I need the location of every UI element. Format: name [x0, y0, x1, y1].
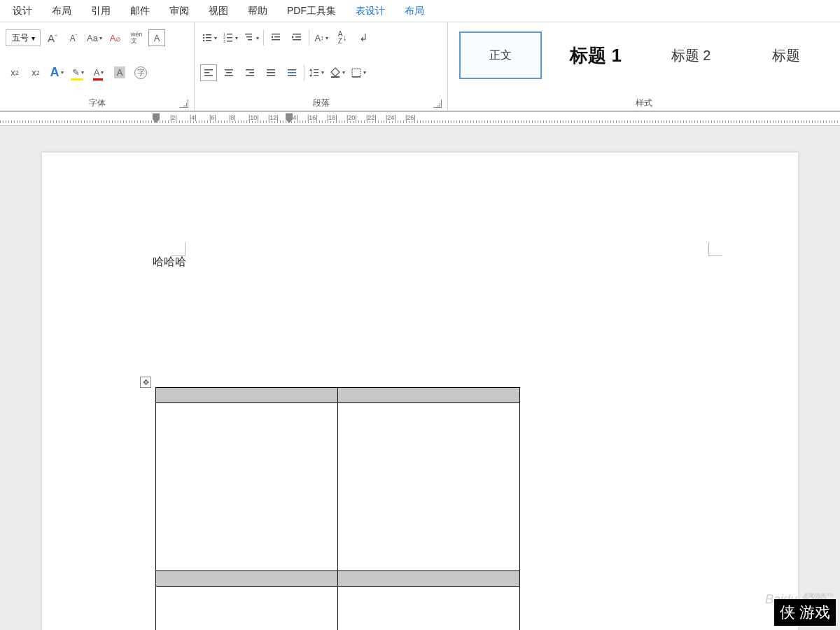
distribute-button[interactable] [283, 64, 301, 82]
table-row[interactable] [156, 403, 520, 571]
table-cell[interactable] [156, 571, 338, 587]
svg-rect-31 [267, 72, 275, 74]
table-row[interactable] [156, 587, 520, 631]
align-center-button[interactable] [220, 64, 238, 82]
svg-rect-27 [246, 69, 254, 71]
menu-references[interactable]: 引用 [81, 2, 120, 20]
svg-rect-26 [225, 75, 233, 76]
table-cell[interactable] [156, 587, 338, 631]
superscript-button[interactable]: x2 [27, 64, 45, 82]
svg-rect-12 [245, 34, 252, 35]
change-case-button[interactable]: Aa [85, 29, 104, 47]
ribbon-group-paragraph: 123 A↕ AZ↓ ↲ 段落 [195, 22, 448, 111]
highlight-button[interactable]: ✎ [69, 64, 87, 82]
table-cell[interactable] [338, 388, 520, 403]
ribbon-group-styles: 正文 标题 1 标题 2 标题 样式 [448, 22, 840, 111]
paragraph-group-label: 段落 [200, 94, 442, 109]
menu-table-layout[interactable]: 布局 [395, 2, 434, 20]
svg-point-4 [203, 40, 204, 41]
svg-rect-16 [274, 36, 280, 38]
svg-rect-7 [227, 34, 232, 35]
asian-layout-button[interactable]: A↕ [312, 29, 330, 47]
table-row[interactable] [156, 571, 520, 587]
svg-rect-28 [249, 72, 254, 74]
document-table[interactable] [155, 387, 520, 630]
svg-rect-14 [248, 39, 252, 41]
svg-rect-35 [288, 75, 296, 76]
table-cell[interactable] [338, 403, 520, 571]
table-cell[interactable] [156, 403, 338, 571]
document-canvas[interactable]: 哈哈哈 ✥ Baidu 经验 jingyan.b xiayx.co [0, 126, 840, 630]
svg-rect-37 [314, 69, 318, 70]
menu-pdf-tools[interactable]: PDF工具集 [277, 2, 346, 20]
margin-corner-tl [172, 242, 186, 256]
line-spacing-button[interactable] [307, 64, 326, 82]
clear-format-button[interactable]: A⊘ [106, 29, 125, 47]
font-group-label: 字体 [6, 94, 188, 109]
svg-rect-32 [267, 75, 275, 76]
menu-layout[interactable]: 布局 [42, 2, 81, 20]
svg-rect-20 [293, 39, 301, 41]
menu-mail[interactable]: 邮件 [120, 2, 160, 20]
svg-point-2 [203, 37, 204, 38]
svg-rect-30 [267, 69, 275, 71]
phonetic-guide-button[interactable]: wén文 [127, 29, 146, 47]
svg-text:3: 3 [223, 39, 225, 43]
subscript-button[interactable]: x2 [6, 64, 24, 82]
svg-rect-15 [272, 34, 280, 35]
paragraph-dialog-launcher[interactable] [433, 99, 442, 108]
style-heading2[interactable]: 标题 2 [650, 31, 732, 79]
show-marks-button[interactable]: ↲ [354, 29, 372, 47]
menu-review[interactable]: 审阅 [160, 2, 199, 20]
multilevel-button[interactable] [242, 29, 260, 47]
grow-font-button[interactable]: A^ [43, 29, 62, 47]
svg-rect-42 [352, 76, 360, 78]
justify-button[interactable] [262, 64, 280, 82]
menu-design[interactable]: 设计 [3, 2, 42, 20]
bullets-button[interactable] [200, 29, 218, 47]
font-size-select[interactable]: 五号 [6, 29, 41, 46]
borders-button[interactable] [349, 64, 368, 82]
shrink-font-button[interactable]: Aˇ [64, 29, 83, 47]
align-left-button[interactable] [200, 64, 217, 81]
svg-rect-29 [246, 75, 254, 76]
style-normal[interactable]: 正文 [459, 31, 542, 79]
table-move-handle[interactable]: ✥ [140, 377, 151, 388]
menu-view[interactable]: 视图 [199, 2, 238, 20]
shading-button[interactable] [328, 64, 346, 82]
svg-rect-22 [204, 72, 209, 74]
ribbon: 五号 A^ Aˇ Aa A⊘ wén文 A x2 x2 A ✎ A A 字 字体… [0, 22, 840, 112]
styles-group-label: 样式 [454, 94, 834, 109]
numbering-button[interactable]: 123 [221, 29, 239, 47]
svg-rect-11 [227, 41, 232, 42]
table-cell[interactable] [156, 388, 338, 403]
svg-rect-39 [314, 75, 318, 76]
horizontal-ruler[interactable]: |2||4||6||8||10||12||14||16||18||20||22|… [0, 112, 840, 126]
svg-rect-21 [204, 69, 213, 71]
char-border-button[interactable]: 字 [132, 64, 150, 82]
char-shading-button[interactable]: A [111, 64, 129, 82]
menu-table-design[interactable]: 表设计 [346, 2, 395, 20]
svg-rect-1 [206, 34, 211, 36]
menu-help[interactable]: 帮助 [238, 2, 277, 20]
svg-rect-33 [288, 69, 296, 71]
svg-rect-34 [288, 72, 296, 74]
increase-indent-button[interactable] [288, 29, 306, 47]
svg-rect-18 [293, 34, 301, 35]
svg-rect-13 [246, 36, 252, 38]
svg-rect-40 [331, 76, 340, 78]
sort-button[interactable]: AZ↓ [333, 29, 351, 47]
table-cell[interactable] [338, 571, 520, 587]
font-dialog-launcher[interactable] [180, 99, 188, 108]
table-cell[interactable] [338, 587, 520, 631]
document-text[interactable]: 哈哈哈 [153, 255, 186, 270]
align-right-button[interactable] [241, 64, 259, 82]
font-color-button[interactable]: A [90, 64, 108, 82]
style-heading1[interactable]: 标题 1 [554, 31, 637, 79]
page[interactable]: 哈哈哈 ✥ [42, 153, 798, 630]
table-row[interactable] [156, 388, 520, 403]
decrease-indent-button[interactable] [267, 29, 285, 47]
char-box-button[interactable]: A [148, 29, 165, 46]
style-title[interactable]: 标题 [745, 31, 827, 79]
text-effects-button[interactable]: A [48, 64, 66, 82]
